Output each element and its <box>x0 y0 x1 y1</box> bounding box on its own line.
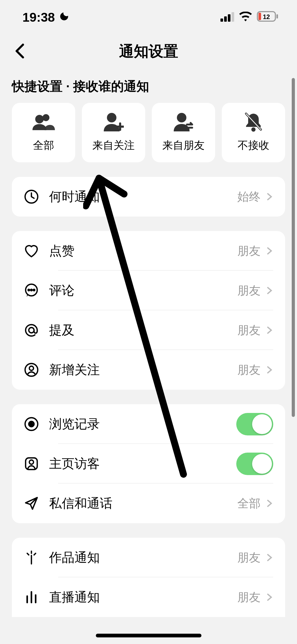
svg-point-9 <box>35 115 44 123</box>
chevron-right-icon <box>265 499 273 507</box>
row-comments[interactable]: 评论 朋友 <box>12 271 285 310</box>
row-value: 朋友 <box>237 283 261 298</box>
row-label: 何时通知 <box>49 188 237 205</box>
home-indicator[interactable] <box>96 634 201 637</box>
svg-rect-3 <box>232 12 234 22</box>
quick-following-button[interactable]: 来自关注 <box>82 103 145 162</box>
row-label: 浏览记录 <box>49 416 236 433</box>
quick-settings-row: 全部 来自关注 来自朋友 不接收 <box>0 103 297 162</box>
row-profile-visitors[interactable]: 主页访客 <box>12 444 285 484</box>
chevron-right-icon <box>265 326 273 334</box>
row-likes[interactable]: 点赞 朋友 <box>12 231 285 271</box>
svg-rect-2 <box>228 14 230 22</box>
at-icon <box>24 323 39 338</box>
page-title: 通知设置 <box>119 42 178 62</box>
row-label: 新增关注 <box>49 361 237 378</box>
row-value: 朋友 <box>237 362 261 378</box>
section-header: 快捷设置 · 接收谁的通知 <box>0 69 297 103</box>
row-when-notify[interactable]: 何时通知 始终 <box>12 177 285 217</box>
row-live-notify[interactable]: 直播通知 朋友 <box>12 577 285 617</box>
status-time: 19:38 <box>22 10 55 25</box>
dnd-icon <box>59 10 69 25</box>
svg-point-29 <box>29 460 34 464</box>
row-label: 作品通知 <box>49 549 237 566</box>
person-plus-icon <box>102 113 125 131</box>
comment-icon <box>24 283 39 298</box>
chevron-right-icon <box>265 593 273 601</box>
row-works-notify[interactable]: 作品通知 朋友 <box>12 538 285 577</box>
chevron-right-icon <box>265 554 273 562</box>
row-label: 直播通知 <box>49 589 237 606</box>
quick-label: 不接收 <box>238 138 269 153</box>
back-button[interactable] <box>15 43 25 61</box>
row-value: 朋友 <box>237 550 261 565</box>
svg-point-21 <box>33 289 35 291</box>
quick-all-button[interactable]: 全部 <box>12 103 75 162</box>
toggle-browse-history[interactable] <box>236 413 273 435</box>
chevron-right-icon <box>265 366 273 374</box>
svg-rect-5 <box>258 13 261 20</box>
person-circle-icon <box>24 362 39 378</box>
cellular-icon <box>220 10 234 25</box>
chevron-right-icon <box>265 193 273 201</box>
row-browse-history[interactable]: 浏览记录 <box>12 404 285 444</box>
status-bar: 19:38 12 <box>0 0 297 34</box>
svg-point-10 <box>107 113 116 122</box>
quick-label: 全部 <box>33 138 54 153</box>
svg-point-22 <box>29 328 34 333</box>
svg-point-13 <box>177 113 186 122</box>
heart-icon <box>24 243 39 259</box>
person-swap-icon <box>172 113 195 131</box>
battery-icon: 12 <box>257 10 279 25</box>
row-value: 朋友 <box>237 590 261 605</box>
group-timing: 何时通知 始终 <box>12 177 285 217</box>
quick-friends-button[interactable]: 来自朋友 <box>152 103 215 162</box>
bell-off-icon <box>242 113 265 131</box>
svg-line-33 <box>34 553 36 555</box>
svg-point-20 <box>31 289 32 291</box>
people-icon <box>32 113 55 131</box>
quick-label: 来自朋友 <box>162 138 205 153</box>
wifi-icon <box>239 10 252 25</box>
row-label: 私信和通话 <box>49 495 237 512</box>
row-label: 点赞 <box>49 242 237 259</box>
nav-header: 通知设置 <box>0 34 297 69</box>
row-value: 朋友 <box>237 243 261 259</box>
row-value: 朋友 <box>237 323 261 338</box>
row-label: 提及 <box>49 322 237 339</box>
quick-none-button[interactable]: 不接收 <box>222 103 285 162</box>
row-value: 始终 <box>237 189 261 205</box>
svg-rect-0 <box>220 19 223 22</box>
group-content: 作品通知 朋友 直播通知 朋友 <box>12 538 285 617</box>
eye-icon <box>24 416 39 432</box>
svg-line-32 <box>27 553 29 555</box>
svg-point-24 <box>29 366 34 370</box>
svg-point-19 <box>28 289 30 291</box>
row-value: 全部 <box>237 496 261 511</box>
chevron-right-icon <box>265 287 273 295</box>
clock-icon <box>24 189 39 204</box>
svg-point-27 <box>32 422 33 424</box>
row-label: 主页访客 <box>49 455 236 472</box>
scroll-indicator[interactable] <box>292 78 295 417</box>
svg-text:12: 12 <box>263 13 270 20</box>
svg-rect-1 <box>224 16 227 22</box>
row-messages-calls[interactable]: 私信和通话 全部 <box>12 484 285 523</box>
group-interactions: 点赞 朋友 评论 朋友 提及 朋友 新增关注 朋友 <box>12 231 285 390</box>
row-mentions[interactable]: 提及 朋友 <box>12 310 285 350</box>
row-label: 评论 <box>49 282 237 299</box>
sparkle-icon <box>24 550 39 565</box>
svg-rect-6 <box>276 14 278 19</box>
svg-point-14 <box>251 127 256 132</box>
toggle-profile-visitors[interactable] <box>236 453 273 475</box>
row-new-followers[interactable]: 新增关注 朋友 <box>12 350 285 390</box>
chevron-right-icon <box>265 247 273 255</box>
quick-label: 来自关注 <box>92 138 135 153</box>
send-icon <box>24 496 39 511</box>
profile-icon <box>24 456 39 471</box>
group-activity: 浏览记录 主页访客 私信和通话 全部 <box>12 404 285 523</box>
bars-icon <box>24 590 39 605</box>
